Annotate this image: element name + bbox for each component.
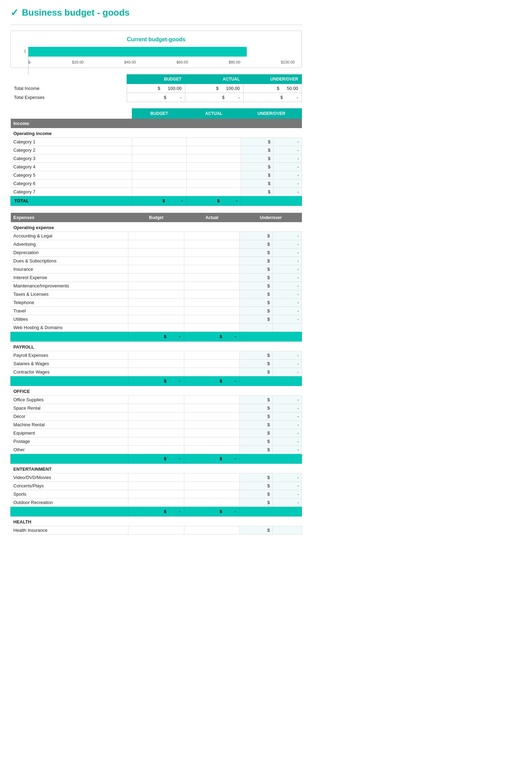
utilities-budget-input[interactable]: [128, 315, 184, 323]
interest-actual-input[interactable]: [184, 274, 240, 282]
concerts-actual-input[interactable]: [184, 482, 240, 490]
video-actual-cell[interactable]: [184, 473, 240, 482]
advertising-actual-input[interactable]: [184, 240, 240, 248]
accounting-actual-input[interactable]: [184, 232, 240, 240]
payroll-expenses-actual-cell[interactable]: [184, 351, 240, 360]
utilities-actual-cell[interactable]: [184, 315, 240, 324]
depreciation-budget-cell[interactable]: [128, 249, 184, 257]
webhosting-actual-input[interactable]: [184, 324, 240, 331]
maintenance-actual-cell[interactable]: [184, 282, 240, 290]
category-1-budget-input[interactable]: [132, 138, 186, 146]
machine-rental-budget-input[interactable]: [128, 421, 184, 429]
insurance-actual-cell[interactable]: [184, 265, 240, 274]
outdoor-actual-cell[interactable]: [184, 498, 240, 507]
telephone-actual-input[interactable]: [184, 299, 240, 306]
dues-actual-cell[interactable]: [184, 257, 240, 265]
category-7-budget-input-cell[interactable]: [132, 188, 186, 196]
equipment-actual-cell[interactable]: [184, 429, 240, 437]
category-6-actual-input-cell[interactable]: [186, 179, 241, 188]
sports-actual-cell[interactable]: [184, 490, 240, 498]
category-2-actual-input-cell[interactable]: [186, 146, 241, 154]
category-5-actual-input-cell[interactable]: [186, 171, 241, 179]
sports-budget-input[interactable]: [128, 490, 184, 498]
dues-actual-input[interactable]: [184, 257, 240, 265]
category-3-budget-input-cell[interactable]: [132, 154, 186, 163]
category-3-actual-input[interactable]: [187, 154, 241, 162]
utilities-actual-input[interactable]: [184, 315, 240, 323]
health-insurance-actual-input[interactable]: [184, 526, 240, 534]
taxes-budget-cell[interactable]: [128, 290, 184, 299]
video-actual-input[interactable]: [184, 473, 240, 481]
decor-budget-input[interactable]: [128, 412, 184, 420]
payroll-expenses-actual-input[interactable]: [184, 351, 240, 359]
interest-budget-input[interactable]: [128, 274, 184, 282]
other-actual-input[interactable]: [184, 446, 240, 454]
accounting-actual-cell[interactable]: [184, 232, 240, 240]
office-supplies-budget-cell[interactable]: [128, 396, 184, 404]
category-5-actual-input[interactable]: [187, 171, 241, 179]
category-6-actual-input[interactable]: [187, 179, 241, 187]
concerts-budget-cell[interactable]: [128, 482, 184, 490]
telephone-actual-cell[interactable]: [184, 299, 240, 307]
advertising-budget-cell[interactable]: [128, 240, 184, 249]
travel-actual-input[interactable]: [184, 307, 240, 315]
postage-actual-input[interactable]: [184, 437, 240, 445]
category-7-actual-input[interactable]: [187, 188, 241, 196]
category-7-actual-input-cell[interactable]: [186, 188, 241, 196]
contractor-wages-budget-cell[interactable]: [128, 368, 184, 376]
sports-actual-input[interactable]: [184, 490, 240, 498]
taxes-actual-input[interactable]: [184, 290, 240, 298]
maintenance-actual-input[interactable]: [184, 282, 240, 290]
category-2-budget-input[interactable]: [132, 146, 186, 154]
category-4-budget-input-cell[interactable]: [132, 163, 186, 171]
machine-rental-budget-cell[interactable]: [128, 421, 184, 429]
other-budget-cell[interactable]: [128, 446, 184, 454]
category-1-actual-input[interactable]: [187, 138, 241, 146]
category-1-budget-input-cell[interactable]: [132, 138, 186, 146]
advertising-budget-input[interactable]: [128, 240, 184, 248]
salaries-wages-budget-input[interactable]: [128, 360, 184, 368]
concerts-budget-input[interactable]: [128, 482, 184, 490]
depreciation-budget-input[interactable]: [128, 249, 184, 257]
webhosting-budget-input[interactable]: [128, 324, 184, 331]
category-4-actual-input-cell[interactable]: [186, 163, 241, 171]
video-budget-cell[interactable]: [128, 473, 184, 482]
postage-budget-input[interactable]: [128, 437, 184, 445]
category-2-budget-input-cell[interactable]: [132, 146, 186, 154]
office-supplies-actual-input[interactable]: [184, 396, 240, 404]
depreciation-actual-input[interactable]: [184, 249, 240, 257]
category-5-budget-input[interactable]: [132, 171, 186, 179]
category-7-budget-input[interactable]: [132, 188, 186, 196]
space-rental-budget-cell[interactable]: [128, 404, 184, 412]
salaries-wages-actual-input[interactable]: [184, 360, 240, 368]
telephone-budget-cell[interactable]: [128, 299, 184, 307]
interest-budget-cell[interactable]: [128, 274, 184, 282]
category-4-budget-input[interactable]: [132, 163, 186, 171]
outdoor-budget-cell[interactable]: [128, 498, 184, 507]
category-2-actual-input[interactable]: [187, 146, 241, 154]
postage-budget-cell[interactable]: [128, 437, 184, 446]
travel-budget-input[interactable]: [128, 307, 184, 315]
category-3-actual-input-cell[interactable]: [186, 154, 241, 163]
depreciation-actual-cell[interactable]: [184, 249, 240, 257]
video-budget-input[interactable]: [128, 473, 184, 481]
travel-budget-cell[interactable]: [128, 307, 184, 315]
machine-rental-actual-input[interactable]: [184, 421, 240, 429]
telephone-budget-input[interactable]: [128, 299, 184, 306]
postage-actual-cell[interactable]: [184, 437, 240, 446]
salaries-wages-actual-cell[interactable]: [184, 360, 240, 368]
utilities-budget-cell[interactable]: [128, 315, 184, 324]
sports-budget-cell[interactable]: [128, 490, 184, 498]
office-supplies-budget-input[interactable]: [128, 396, 184, 404]
insurance-budget-input[interactable]: [128, 265, 184, 273]
health-insurance-actual-cell[interactable]: [184, 526, 240, 535]
accounting-budget-cell[interactable]: [128, 232, 184, 240]
salaries-wages-budget-cell[interactable]: [128, 360, 184, 368]
webhosting-actual-cell[interactable]: [184, 324, 240, 332]
other-budget-input[interactable]: [128, 446, 184, 454]
category-5-budget-input-cell[interactable]: [132, 171, 186, 179]
health-insurance-budget-cell[interactable]: [128, 526, 184, 535]
taxes-budget-input[interactable]: [128, 290, 184, 298]
category-1-actual-input-cell[interactable]: [186, 138, 241, 146]
concerts-actual-cell[interactable]: [184, 482, 240, 490]
